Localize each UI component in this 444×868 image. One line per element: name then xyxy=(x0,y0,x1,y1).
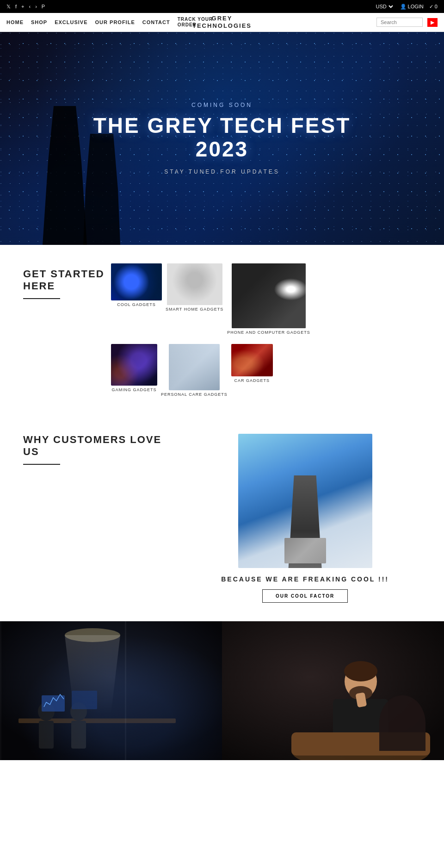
nav-links: HOME SHOP EXCLUSIVE OUR PROFILE CONTACT … xyxy=(6,17,213,28)
hero-section: COMING SOON THE GREY TECH FEST 2023 STAY… xyxy=(0,32,444,245)
pinterest-icon[interactable]: P xyxy=(42,4,45,9)
gadgets-row-2: GAMING GADGETS PERSONAL CARE GADGETS CAR… xyxy=(111,344,310,397)
svg-point-7 xyxy=(70,702,87,721)
svg-point-5 xyxy=(38,702,55,721)
svg-rect-12 xyxy=(0,621,1,760)
car-image xyxy=(231,344,273,376)
cool-gadgets-label: COOL GADGETS xyxy=(117,302,156,307)
get-started-section: GET STARTED HERE COOL GADGETS SMART HOME… xyxy=(0,245,444,411)
why-tagline: BECAUSE WE ARE FREAKING COOL !!! xyxy=(221,575,389,583)
why-content: BECAUSE WE ARE FREAKING COOL !!! OUR COO… xyxy=(175,434,435,603)
hero-content: COMING SOON THE GREY TECH FEST 2023 STAY… xyxy=(93,102,351,175)
why-image xyxy=(238,434,372,568)
svg-rect-21 xyxy=(291,732,430,756)
car-label: CAR GADGETS xyxy=(234,378,270,383)
bottom-section xyxy=(0,621,444,760)
why-heading: WHY CUSTOMERS LOVE US xyxy=(23,434,161,465)
svg-rect-0 xyxy=(0,621,222,760)
search-input[interactable] xyxy=(376,18,423,27)
smart-home-image xyxy=(167,263,222,305)
nav-exclusive[interactable]: EXCLUSIVE xyxy=(55,19,87,25)
phone-computer-label: PHONE AND COMPUTER GADGETS xyxy=(227,330,310,335)
nav-home[interactable]: HOME xyxy=(6,19,24,25)
twitter-icon[interactable]: 𝕏 xyxy=(6,4,11,10)
hero-subtitle: STAY TUNED FOR UPDATES xyxy=(93,169,351,175)
login-button[interactable]: 👤 LOGIN xyxy=(400,4,424,10)
svg-point-16 xyxy=(344,661,377,681)
gadget-phone-computer[interactable]: PHONE AND COMPUTER GADGETS xyxy=(227,263,310,335)
heading-underline xyxy=(23,298,60,299)
nav-contact[interactable]: CONTACT xyxy=(142,19,170,25)
youtube-button[interactable]: ▶ xyxy=(427,18,438,27)
back-icon[interactable]: ‹ xyxy=(29,4,31,9)
gadgets-grid: COOL GADGETS SMART HOME GADGETS PHONE AN… xyxy=(111,263,310,397)
smart-home-label: SMART HOME GADGETS xyxy=(166,307,223,312)
svg-rect-8 xyxy=(71,721,86,749)
gadget-smart-home[interactable]: SMART HOME GADGETS xyxy=(166,263,223,312)
main-nav: HOME SHOP EXCLUSIVE OUR PROFILE CONTACT … xyxy=(0,13,444,32)
gadget-cool-gadgets[interactable]: COOL GADGETS xyxy=(111,263,162,307)
gadget-gaming[interactable]: GAMING GADGETS xyxy=(111,344,157,392)
svg-rect-1 xyxy=(0,621,222,760)
bottom-person-image xyxy=(222,621,444,760)
personal-care-image xyxy=(169,344,220,390)
svg-rect-11 xyxy=(125,621,126,760)
facebook-icon[interactable]: f xyxy=(15,4,17,9)
nav-our-profile[interactable]: OUR PROFILE xyxy=(95,19,135,25)
why-customers-section: WHY CUSTOMERS LOVE US BECAUSE WE ARE FRE… xyxy=(0,411,444,621)
cool-gadgets-image xyxy=(111,263,162,300)
bottom-office-image xyxy=(0,621,222,760)
hero-title: THE GREY TECH FEST 2023 xyxy=(93,114,351,161)
svg-rect-4 xyxy=(18,718,176,723)
brand-logo[interactable]: GREY TECHNOLOGIES xyxy=(192,15,252,29)
gaming-label: GAMING GADGETS xyxy=(111,387,156,392)
top-bar: 𝕏 f + ‹ › P USD EUR GBP 👤 LOGIN ✓ 0 xyxy=(0,0,444,13)
svg-marker-3 xyxy=(65,635,120,714)
get-started-heading: GET STARTED HERE xyxy=(23,263,106,397)
office-svg xyxy=(0,621,222,760)
why-underline xyxy=(23,464,60,465)
top-bar-right: USD EUR GBP 👤 LOGIN ✓ 0 xyxy=(374,3,438,10)
gadget-car[interactable]: CAR GADGETS xyxy=(231,344,273,383)
nav-right-actions: ▶ xyxy=(376,18,438,27)
svg-rect-9 xyxy=(42,695,65,712)
personal-care-label: PERSONAL CARE GADGETS xyxy=(161,392,228,397)
currency-selector[interactable]: USD EUR GBP xyxy=(374,3,395,10)
plus-icon[interactable]: + xyxy=(21,4,24,9)
svg-rect-6 xyxy=(39,721,54,749)
svg-rect-10 xyxy=(72,691,97,709)
cool-factor-button[interactable]: OUR COOL FACTOR xyxy=(262,589,348,603)
social-icons: 𝕏 f + ‹ › P xyxy=(6,4,45,10)
coming-soon-label: COMING SOON xyxy=(93,102,351,108)
forward-icon[interactable]: › xyxy=(35,4,37,9)
nav-shop[interactable]: SHOP xyxy=(31,19,47,25)
phone-computer-image xyxy=(232,263,306,328)
cart-checkmark[interactable]: ✓ 0 xyxy=(429,4,438,10)
person-svg xyxy=(222,621,444,760)
svg-point-2 xyxy=(65,628,120,642)
gadgets-row-1: COOL GADGETS SMART HOME GADGETS PHONE AN… xyxy=(111,263,310,335)
gadget-personal-care[interactable]: PERSONAL CARE GADGETS xyxy=(161,344,228,397)
gaming-image xyxy=(111,344,157,386)
